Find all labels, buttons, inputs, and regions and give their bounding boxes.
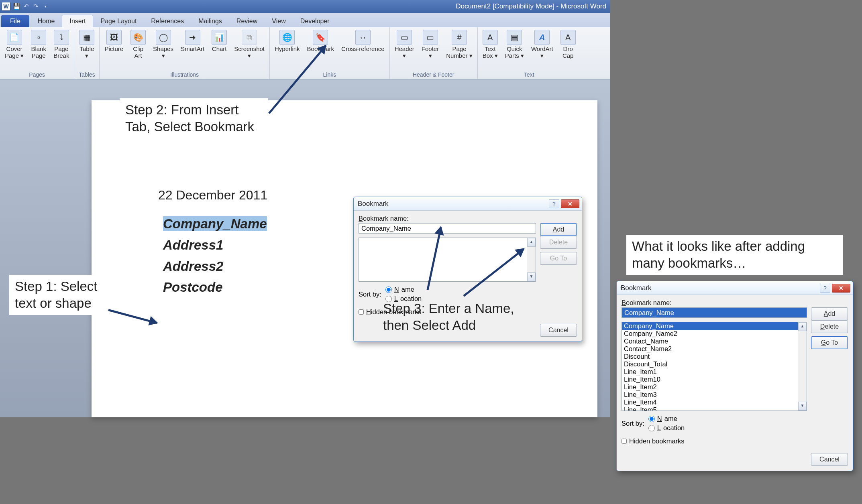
shapes-button[interactable]: ◯Shapes ▾: [151, 29, 175, 60]
group-label: Header & Footer: [393, 71, 474, 79]
clip-art-icon: 🎨: [130, 30, 146, 45]
scroll-down-icon[interactable]: ▼: [527, 272, 536, 281]
list-item[interactable]: Discount_Total: [622, 360, 807, 368]
hidden-bookmarks-checkbox[interactable]: [622, 439, 627, 444]
chart-button[interactable]: 📊Chart: [210, 29, 228, 53]
table-icon: ▦: [79, 30, 94, 45]
bookmark-list[interactable]: Company_Name Company_Name2 Contact_Name …: [622, 322, 807, 411]
tab-developer[interactable]: Developer: [293, 15, 337, 27]
bookmark-dialog-filled: Bookmark ? ✕ Bookmark name: Company_Name…: [616, 281, 853, 471]
bookmark-name-input[interactable]: [359, 223, 536, 234]
tab-insert[interactable]: Insert: [62, 15, 93, 27]
drop-cap-icon: A: [560, 30, 576, 45]
quick-parts-button[interactable]: ▤Quick Parts ▾: [503, 29, 526, 60]
hidden-bookmarks-checkbox[interactable]: [359, 309, 364, 315]
chart-icon: 📊: [212, 30, 227, 45]
help-icon[interactable]: ?: [820, 284, 830, 293]
list-item[interactable]: Line_Item10: [622, 376, 807, 383]
scrollbar[interactable]: ▲ ▼: [527, 238, 536, 281]
table-button[interactable]: ▦Table ▾: [77, 29, 96, 60]
tab-review[interactable]: Review: [229, 15, 265, 27]
list-item[interactable]: Line_Item3: [622, 391, 807, 398]
tab-view[interactable]: View: [265, 15, 293, 27]
group-label: Tables: [77, 71, 96, 79]
clip-art-button[interactable]: 🎨Clip Art: [129, 29, 147, 60]
doc-field-address1[interactable]: Address1: [163, 235, 267, 256]
page-break-button[interactable]: ⤵Page Break: [52, 29, 71, 60]
group-label: Links: [273, 71, 386, 79]
cross-reference-button[interactable]: ↔Cross-reference: [340, 29, 386, 53]
redo-icon[interactable]: ↷: [32, 3, 39, 10]
group-tables: ▦Table ▾ Tables: [74, 27, 100, 79]
sort-location-radio[interactable]: Location: [648, 424, 685, 432]
group-label: Illustrations: [103, 71, 266, 79]
cover-page-button[interactable]: 📄Cover Page ▾: [3, 29, 25, 60]
smartart-button[interactable]: ➜SmartArt: [179, 29, 206, 53]
doc-field-company[interactable]: Company_Name: [163, 216, 267, 231]
list-item[interactable]: Discount: [622, 353, 807, 360]
quick-parts-icon: ▤: [507, 30, 522, 45]
screenshot-button[interactable]: ⧉Screenshot ▾: [232, 29, 266, 60]
group-illustrations: 🖼Picture 🎨Clip Art ◯Shapes ▾ ➜SmartArt 📊…: [100, 27, 270, 79]
close-icon[interactable]: ✕: [832, 284, 850, 293]
word-icon: W: [2, 2, 10, 11]
wordart-icon: A: [534, 30, 550, 45]
undo-icon[interactable]: ↶: [22, 3, 30, 10]
picture-button[interactable]: 🖼Picture: [103, 29, 125, 53]
tab-home[interactable]: Home: [31, 15, 62, 27]
hyperlink-button[interactable]: 🌐Hyperlink: [273, 29, 302, 53]
list-item[interactable]: Contact_Name2: [622, 345, 807, 353]
list-item[interactable]: Company_Name2: [622, 330, 807, 337]
page-number-button[interactable]: #Page Number ▾: [444, 29, 474, 60]
cross-reference-icon: ↔: [355, 30, 371, 45]
delete-button: Delete: [540, 236, 577, 249]
text-box-button[interactable]: AText Box ▾: [481, 29, 499, 60]
list-item[interactable]: Line_Item2: [622, 383, 807, 391]
group-text: AText Box ▾ ▤Quick Parts ▾ AWordArt ▾ AD…: [478, 27, 581, 79]
tab-mailings[interactable]: Mailings: [191, 15, 229, 27]
scroll-down-icon[interactable]: ▼: [798, 402, 807, 411]
list-item[interactable]: Line_Item5: [622, 406, 807, 411]
save-icon[interactable]: 💾: [13, 3, 20, 10]
doc-field-postcode[interactable]: Postcode: [163, 277, 267, 298]
dialog-titlebar: Bookmark ? ✕: [354, 197, 582, 211]
tab-references[interactable]: References: [144, 15, 191, 27]
bookmark-name-input[interactable]: Company_Name: [622, 307, 807, 318]
group-pages: 📄Cover Page ▾ ▫Blank Page ⤵Page Break Pa…: [0, 27, 74, 79]
window-title: Document2 [Compatibility Mode] - Microso…: [456, 2, 606, 10]
blank-page-button[interactable]: ▫Blank Page: [29, 29, 48, 60]
header-button[interactable]: ▭Header ▾: [393, 29, 416, 60]
tab-page-layout[interactable]: Page Layout: [93, 15, 144, 27]
file-tab[interactable]: File: [1, 15, 29, 27]
cancel-button[interactable]: Cancel: [811, 453, 848, 466]
drop-cap-button[interactable]: ADro Cap: [559, 29, 577, 60]
help-icon[interactable]: ?: [549, 199, 559, 208]
close-icon[interactable]: ✕: [561, 199, 579, 208]
list-item[interactable]: Company_Name: [622, 322, 807, 330]
screenshot-icon: ⧉: [242, 30, 257, 45]
text-box-icon: A: [483, 30, 498, 45]
goto-button[interactable]: Go To: [811, 336, 848, 349]
scrollbar[interactable]: ▲ ▼: [798, 322, 807, 411]
list-item[interactable]: Line_Item1: [622, 368, 807, 376]
list-item[interactable]: Contact_Name: [622, 337, 807, 345]
qat-dropdown-icon[interactable]: ▾: [42, 4, 49, 8]
cover-page-icon: 📄: [7, 30, 22, 45]
list-item[interactable]: Line_Item4: [622, 398, 807, 406]
sort-name-radio[interactable]: Name: [385, 286, 422, 293]
scroll-up-icon[interactable]: ▲: [798, 322, 807, 331]
hidden-bookmarks-label: Hidden bookmarks: [629, 437, 685, 445]
cancel-button[interactable]: Cancel: [540, 324, 577, 337]
scroll-up-icon[interactable]: ▲: [527, 238, 536, 247]
annotation-step3: Step 3: Enter a Name, then Select Add: [377, 297, 526, 337]
sort-name-radio[interactable]: Name: [648, 415, 685, 423]
doc-field-address2[interactable]: Address2: [163, 256, 267, 277]
shapes-icon: ◯: [156, 30, 171, 45]
add-button[interactable]: Add: [811, 307, 848, 320]
add-button[interactable]: Add: [540, 223, 577, 236]
delete-button[interactable]: Delete: [811, 320, 848, 333]
footer-button[interactable]: ▭Footer ▾: [420, 29, 440, 60]
group-label: Pages: [3, 71, 71, 79]
wordart-button[interactable]: AWordArt ▾: [530, 29, 555, 60]
group-links: 🌐Hyperlink 🔖Bookmark ↔Cross-reference Li…: [270, 27, 390, 79]
